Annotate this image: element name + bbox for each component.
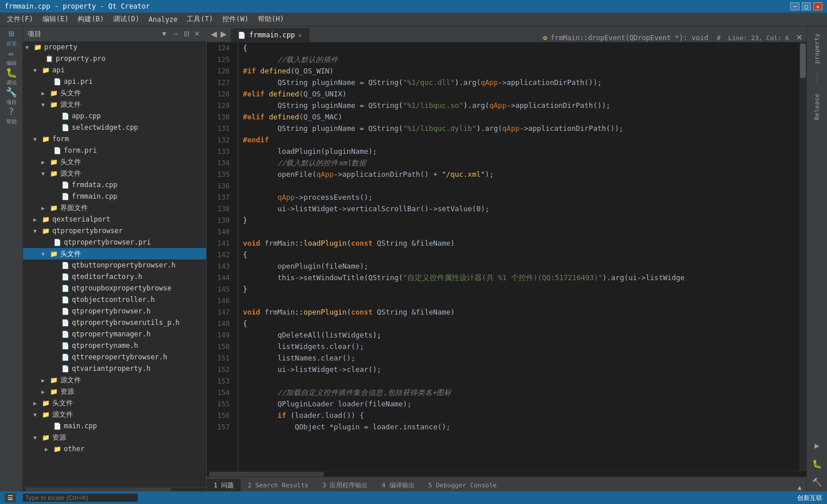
sidebar-icon-debug[interactable]: 🐛 调试 [2, 68, 21, 86]
code-line-150: listWidgets.clear(); [243, 341, 795, 352]
scrollbar-thumb[interactable] [800, 44, 806, 78]
tree-item-qtpropertybrowser-h[interactable]: 📄 qtpropertybrowser.h [23, 305, 206, 317]
tree-item-qtgroupbox-h[interactable]: 📄 qtgroupboxpropertybrowse [23, 282, 206, 294]
tree-item-app-cpp[interactable]: 📄 app.cpp [23, 110, 206, 122]
tree-item-qttreepropertybrowser-h[interactable]: 📄 qttreepropertybrowser.h [23, 351, 206, 363]
menu-debug[interactable]: 调试(D) [109, 13, 144, 25]
vertical-scrollbar[interactable] [799, 42, 806, 471]
status-search-input[interactable] [21, 494, 140, 502]
tree-item-qtpb-resources[interactable]: ▶ 📁 资源 [23, 386, 206, 397]
menu-edit[interactable]: 编辑(E) [38, 13, 74, 25]
bottom-tab-problems[interactable]: 1 问题 [207, 479, 241, 491]
maximize-button[interactable]: □ [802, 2, 811, 10]
tree-item-qtpb-pri[interactable]: 📄 qtpropertybrowser.pri [23, 237, 206, 248]
sidebar-icon-help[interactable]: ? 帮助 [2, 107, 21, 125]
h-scrollbar[interactable] [207, 471, 806, 476]
tree-item-frmmain-cpp[interactable]: 📄 frmmain.cpp [23, 191, 206, 202]
expand-arrow: ▶ [41, 389, 49, 395]
tree-item-api-headers[interactable]: ▶ 📁 头文件 [23, 87, 206, 99]
tree-label: 源文件 [60, 375, 81, 385]
minimize-button[interactable]: − [790, 2, 799, 10]
bottom-tab-debugger[interactable]: 5 Debugger Console [422, 479, 504, 491]
tree-item-property-root[interactable]: ▼ 📁 property [23, 41, 206, 53]
collapse-button[interactable]: ⊟ [182, 29, 191, 38]
tree-item-form-headers[interactable]: ▶ 📁 头文件 [23, 156, 206, 168]
tree-item-form-sources[interactable]: ▼ 📁 源文件 [23, 168, 206, 179]
code-line-153 [243, 375, 795, 387]
menu-help[interactable]: 帮助(H) [253, 13, 289, 25]
tree-item-form[interactable]: ▼ 📁 form [23, 133, 206, 145]
file-icon: 📄 [53, 146, 62, 155]
tree-item-selectwidget-cpp[interactable]: 📄 selectwidget.cpp [23, 122, 206, 133]
sidebar-icon-edit[interactable]: ✏ 编辑 [2, 48, 21, 67]
file-tree[interactable]: ▼ 📁 property 📋 property.pro ▼ 📁 api 📄 ap… [23, 41, 206, 487]
tree-item-qteditorfactory-h[interactable]: 📄 qteditorfactory.h [23, 271, 206, 282]
code-content[interactable]: { //载入默认的插件 #if defined(Q_OS_WIN) QStrin… [238, 42, 799, 471]
tree-item-root-headers[interactable]: ▶ 📁 头文件 [23, 397, 206, 409]
sidebar-icon-welcome[interactable]: ⊞ 欢迎 [2, 29, 21, 47]
tree-item-qtpb-headers[interactable]: ▼ 📁 头文件 [23, 248, 206, 259]
close-editor-button[interactable]: ✕ [793, 33, 806, 42]
tree-scrollbar-h[interactable] [23, 487, 206, 491]
tree-item-qextserialport[interactable]: ▶ 📁 qextserialport [23, 214, 206, 225]
folder-icon: 📁 [49, 169, 59, 178]
right-build-button[interactable]: 🔨 [810, 475, 824, 489]
code-line-134: //载入默认的控件xml数据 [243, 157, 795, 169]
sync-button[interactable]: ↔ [171, 29, 181, 38]
tree-item-form-ui[interactable]: ▶ 📁 界面文件 [23, 202, 206, 214]
tree-label: qttreepropertybrowser.h [72, 353, 167, 361]
tab-next-button[interactable]: ▶ [219, 29, 229, 38]
sidebar-icon-project[interactable]: 🔧 项目 [2, 87, 21, 106]
bottom-tab-search[interactable]: 2 Search Results [241, 479, 315, 491]
status-menu-btn[interactable]: ☰ [5, 493, 16, 502]
line-numbers: 124 125 126 127 128 129 130 131 132 133 … [207, 42, 238, 471]
tree-item-qtpb-sources[interactable]: ▶ 📁 源文件 [23, 374, 206, 386]
tab-prev-button[interactable]: ◀ [209, 29, 219, 38]
bottom-tab-output[interactable]: 3 应用程序输出 [315, 479, 374, 491]
menu-analyze[interactable]: Analyze [144, 14, 183, 25]
right-run-button[interactable]: ▶ [812, 439, 821, 452]
tree-item-api[interactable]: ▼ 📁 api [23, 64, 206, 76]
tree-item-root-sources[interactable]: ▼ 📁 源文件 [23, 409, 206, 420]
tree-item-api-pri[interactable]: 📄 api.pri [23, 76, 206, 87]
tree-item-root-resources[interactable]: ▼ 📁 资源 [23, 432, 206, 443]
tree-item-qtpropertymanager-h[interactable]: 📄 qtpropertymanager.h [23, 328, 206, 340]
tree-label: property [44, 43, 78, 51]
menu-tools[interactable]: 工具(T) [182, 13, 218, 25]
right-panel-release[interactable]: Release [811, 89, 823, 125]
right-debug-button[interactable]: 🐛 [810, 457, 824, 471]
bottom-tab-compile[interactable]: 4 编译输出 [374, 479, 421, 491]
tree-item-qtobjectcontroller-h[interactable]: 📄 qtobjectcontroller.h [23, 294, 206, 305]
tab-close-button[interactable]: ✕ [298, 32, 302, 38]
tree-item-main-cpp[interactable]: 📄 main.cpp [23, 420, 206, 432]
tree-item-qtvariantproperty-h[interactable]: 📄 qtvariantproperty.h [23, 363, 206, 374]
line-num-131: 131 [207, 123, 233, 134]
tree-item-form-pri[interactable]: 📄 form.pri [23, 145, 206, 156]
line-num-140: 140 [207, 226, 233, 238]
tab-frmmain-cpp[interactable]: 📄 frmmain.cpp ✕ [231, 28, 310, 42]
tree-item-property-pro[interactable]: 📋 property.pro [23, 53, 206, 64]
tree-item-frmdata-cpp[interactable]: 📄 frmdata.cpp [23, 179, 206, 191]
tree-item-api-sources[interactable]: ▼ 📁 源文件 [23, 99, 206, 110]
line-col-display: # Line: 23, Col: 6 [713, 34, 793, 42]
tree-item-qtpropertybrowser[interactable]: ▼ 📁 qtpropertybrowser [23, 225, 206, 237]
tree-item-qtbuttonpropertybrowser-h[interactable]: 📄 qtbuttonpropertybrowser.h [23, 259, 206, 271]
locate-input[interactable] [23, 494, 138, 502]
h-scrollbar-thumb[interactable] [209, 472, 324, 476]
tree-item-qtpropertybrowserutils-h[interactable]: 📄 qtpropertybrowserutils_p.h [23, 317, 206, 328]
bottom-chevron[interactable]: ▲ [793, 483, 806, 491]
menu-file[interactable]: 文件(F) [2, 13, 38, 25]
tree-item-qtpropertyname-h[interactable]: 📄 qtpropertyname.h [23, 340, 206, 351]
tree-item-other[interactable]: ▶ 📁 other [23, 443, 206, 455]
menu-build[interactable]: 构建(B) [73, 13, 109, 25]
tree-label: qtobjectcontroller.h [72, 296, 155, 304]
close-panel-button[interactable]: ✕ [192, 29, 202, 38]
line-num-142: 142 [207, 249, 233, 261]
menu-controls[interactable]: 控件(W) [218, 13, 253, 25]
code-line-128: #elif defined(Q_OS_UNIX) [243, 88, 795, 100]
tree-label: 源文件 [52, 410, 73, 420]
line-num-125: 125 [207, 54, 233, 65]
filter-button[interactable]: ▼ [159, 29, 169, 38]
close-button[interactable]: ✕ [813, 2, 822, 10]
right-panel-property[interactable]: property [811, 29, 823, 68]
